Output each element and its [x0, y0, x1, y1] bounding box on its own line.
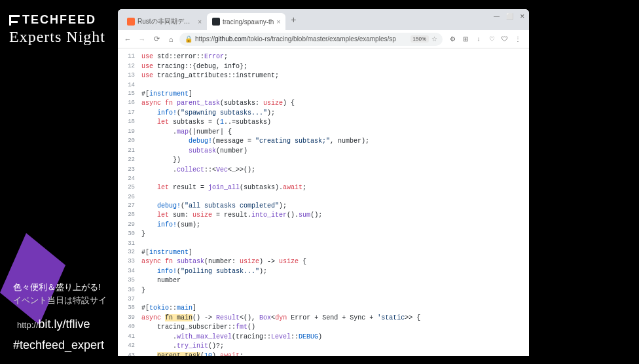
- promo-hashtag: #techfeed_expert: [13, 338, 104, 352]
- promo-line-2: イベント当日は特設サイ: [13, 294, 107, 307]
- bookmark-star-icon[interactable]: ☆: [431, 35, 437, 43]
- back-button[interactable]: ←: [122, 33, 134, 45]
- code-line: 43 parent_task(10).await;: [118, 352, 529, 356]
- brand-text: TECHFEED: [22, 13, 96, 27]
- browser-tab[interactable]: tracing/spawny-th×: [207, 13, 285, 30]
- code-content[interactable]: .map(|number| {: [141, 128, 529, 137]
- browser-window: Rustの非同期デバッ×tracing/spawny-th× + — ⬜ ✕ ←…: [118, 9, 529, 356]
- toolbar-icon[interactable]: 🛡: [500, 35, 509, 44]
- reload-button[interactable]: ⟳: [151, 33, 162, 45]
- code-line: 32#[instrument]: [118, 248, 529, 258]
- line-number: 38: [118, 304, 141, 314]
- close-window-button[interactable]: ✕: [520, 13, 525, 20]
- code-content[interactable]: info!(sum);: [141, 221, 529, 230]
- toolbar-icon[interactable]: ♡: [487, 35, 496, 44]
- code-content[interactable]: .collect::<Vec<_>>();: [141, 166, 529, 175]
- code-content[interactable]: debug!("all subtasks completed");: [141, 202, 529, 211]
- code-content[interactable]: [141, 240, 529, 248]
- code-line: 23 .collect::<Vec<_>>();: [118, 166, 529, 175]
- code-content[interactable]: async fn main() -> Result<(), Box<dyn Er…: [141, 314, 529, 323]
- browser-tab[interactable]: Rustの非同期デバッ×: [122, 13, 207, 30]
- line-number: 18: [118, 118, 141, 128]
- maximize-button[interactable]: ⬜: [506, 13, 513, 20]
- code-line: 27 debug!("all subtasks completed");: [118, 202, 529, 211]
- code-content[interactable]: async fn parent_task(subtasks: usize) {: [141, 99, 529, 109]
- tab-close-icon[interactable]: ×: [276, 18, 280, 26]
- code-content[interactable]: number: [141, 276, 529, 286]
- home-button[interactable]: ⌂: [165, 33, 177, 45]
- line-number: 33: [118, 257, 141, 267]
- code-content[interactable]: #[instrument]: [141, 248, 529, 258]
- code-content[interactable]: [141, 295, 529, 304]
- line-number: 22: [118, 156, 141, 166]
- code-content[interactable]: .try_init()?;: [141, 342, 529, 352]
- code-line: 26: [118, 193, 529, 202]
- code-content[interactable]: info!("spawning subtasks...");: [141, 109, 529, 118]
- code-content[interactable]: let sum: usize = result.into_iter().sum(…: [141, 211, 529, 221]
- brand-name: TECHFEED: [9, 13, 105, 27]
- line-number: 39: [118, 314, 141, 323]
- line-number: 15: [118, 90, 141, 100]
- line-number: 19: [118, 128, 141, 137]
- line-number: 36: [118, 286, 141, 296]
- code-content[interactable]: info!("polling subtask...");: [141, 267, 529, 277]
- new-tab-button[interactable]: +: [285, 14, 301, 25]
- code-content[interactable]: parent_task(10).await;: [141, 352, 529, 356]
- promo-text: 色々便利＆盛り上がる! イベント当日は特設サイ: [13, 281, 107, 306]
- code-content[interactable]: debug!(message = "creating subtask;", nu…: [141, 137, 529, 147]
- line-number: 16: [118, 99, 141, 109]
- zoom-badge[interactable]: 150%: [411, 35, 429, 43]
- code-line: 42 .try_init()?;: [118, 342, 529, 352]
- brand-f-icon: [9, 15, 20, 26]
- code-content[interactable]: }: [141, 286, 529, 296]
- toolbar-icon[interactable]: ⚙: [448, 35, 457, 44]
- code-view[interactable]: 11use std::error::Error;12use tracing::{…: [118, 48, 529, 356]
- code-line: 25 let result = join_all(subtasks).await…: [118, 183, 529, 193]
- accent-decoration: [0, 233, 65, 325]
- code-content[interactable]: #[instrument]: [141, 90, 529, 100]
- tab-favicon-icon: [127, 18, 135, 26]
- code-line: 15#[instrument]: [118, 90, 529, 100]
- forward-button[interactable]: →: [136, 33, 148, 45]
- code-content[interactable]: [141, 175, 529, 183]
- code-line: 14: [118, 81, 529, 90]
- code-content[interactable]: use std::error::Error;: [141, 52, 529, 62]
- code-content[interactable]: let result = join_all(subtasks).await;: [141, 183, 529, 193]
- code-line: 29 info!(sum);: [118, 221, 529, 230]
- line-number: 34: [118, 267, 141, 277]
- line-number: 31: [118, 240, 141, 248]
- code-content[interactable]: #[tokio::main]: [141, 304, 529, 314]
- tab-close-icon[interactable]: ×: [198, 18, 202, 26]
- code-content[interactable]: use tracing::{debug, info};: [141, 62, 529, 72]
- code-content[interactable]: .with_max_level(tracing::Level::DEBUG): [141, 333, 529, 342]
- line-number: 13: [118, 71, 141, 81]
- minimize-button[interactable]: —: [494, 13, 500, 20]
- code-content[interactable]: let subtasks = (1..=subtasks): [141, 118, 529, 128]
- line-number: 30: [118, 230, 141, 240]
- address-bar[interactable]: 🔒 https://github.com/tokio-rs/tracing/bl…: [179, 33, 443, 46]
- code-line: 39async fn main() -> Result<(), Box<dyn …: [118, 314, 529, 323]
- toolbar-icon[interactable]: ⊞: [461, 35, 470, 44]
- code-content[interactable]: [141, 193, 529, 202]
- code-content[interactable]: }: [141, 230, 529, 240]
- code-content[interactable]: }): [141, 156, 529, 166]
- line-number: 35: [118, 276, 141, 286]
- code-line: 36}: [118, 286, 529, 296]
- code-line: 18 let subtasks = (1..=subtasks): [118, 118, 529, 128]
- toolbar-icon[interactable]: ⋮: [513, 35, 522, 44]
- code-content[interactable]: tracing_subscriber::fmt(): [141, 323, 529, 333]
- line-number: 11: [118, 52, 141, 62]
- line-number: 40: [118, 323, 141, 333]
- code-line: 34 info!("polling subtask...");: [118, 267, 529, 277]
- toolbar-icon[interactable]: ↓: [474, 35, 483, 44]
- lock-icon: 🔒: [185, 35, 192, 43]
- code-content[interactable]: [141, 81, 529, 90]
- code-content[interactable]: use tracing_attributes::instrument;: [141, 71, 529, 81]
- line-number: 29: [118, 221, 141, 230]
- nav-bar: ← → ⟳ ⌂ 🔒 https://github.com/tokio-rs/tr…: [118, 30, 529, 48]
- code-content[interactable]: async fn subtask(number: usize) -> usize…: [141, 257, 529, 267]
- line-number: 14: [118, 81, 141, 90]
- line-number: 41: [118, 333, 141, 342]
- code-content[interactable]: subtask(number): [141, 147, 529, 156]
- line-number: 32: [118, 248, 141, 258]
